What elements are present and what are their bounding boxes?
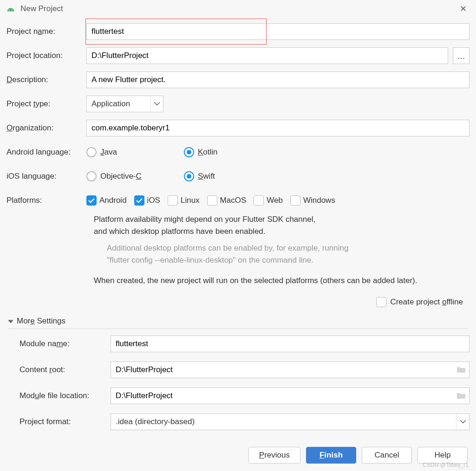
titlebar: New Project ✕ (0, 0, 476, 18)
project-format-select[interactable]: .idea (directory-based) (111, 413, 469, 430)
checkbox-label: Web (267, 196, 283, 205)
platform-android-checkbox[interactable]: Android (86, 195, 127, 206)
finish-button[interactable]: Finish (306, 447, 356, 464)
checkbox-icon (290, 195, 300, 206)
checkbox-label: Android (99, 196, 127, 205)
android-language-label: Android language: (7, 148, 86, 157)
module-file-location-input[interactable] (111, 387, 469, 404)
checkbox-label: iOS (147, 196, 160, 205)
cancel-button[interactable]: Cancel (362, 447, 412, 464)
checkbox-icon (168, 195, 178, 206)
organization-input[interactable] (86, 120, 469, 136)
content-root-input[interactable] (111, 361, 469, 378)
ios-objc-radio[interactable]: Objective-C (86, 171, 165, 181)
ios-swift-radio[interactable]: Swift (184, 171, 263, 181)
checkbox-icon (254, 195, 264, 206)
platform-ios-checkbox[interactable]: iOS (134, 195, 160, 206)
project-type-value: Application (87, 99, 150, 109)
radio-icon (86, 171, 97, 181)
chevron-down-icon (456, 414, 469, 430)
module-name-label: Module name: (20, 339, 111, 348)
window-title: New Project (20, 4, 63, 13)
project-location-label: Project location: (7, 51, 86, 60)
project-location-input[interactable] (86, 47, 448, 64)
radio-label: Java (100, 148, 117, 157)
radio-icon (184, 171, 194, 181)
radio-icon (86, 147, 97, 157)
close-icon[interactable]: ✕ (456, 2, 470, 16)
platform-windows-checkbox[interactable]: Windows (290, 195, 335, 206)
project-format-value: .idea (directory-based) (111, 417, 456, 426)
checkbox-label: Create project offline (390, 297, 463, 307)
create-offline-checkbox[interactable]: Create project offline (376, 297, 463, 307)
checkbox-icon (134, 195, 144, 206)
checkbox-icon (376, 297, 386, 307)
description-input[interactable] (86, 71, 469, 88)
browse-location-button[interactable]: ... (453, 47, 469, 64)
android-kotlin-radio[interactable]: Kotlin (184, 147, 263, 157)
platform-linux-checkbox[interactable]: Linux (168, 195, 200, 206)
platform-web-checkbox[interactable]: Web (254, 195, 283, 206)
svg-point-0 (9, 10, 10, 11)
radio-label: Objective-C (100, 172, 142, 181)
previous-button[interactable]: Previous (248, 447, 300, 464)
chevron-down-icon (150, 96, 163, 112)
project-name-label: Project name: (7, 27, 86, 36)
android-java-radio[interactable]: Java (86, 147, 165, 157)
checkbox-icon (86, 195, 97, 206)
project-type-select[interactable]: Application (86, 96, 163, 112)
platform-macos-checkbox[interactable]: MacOS (207, 195, 247, 206)
project-type-label: Project type: (7, 99, 86, 109)
radio-label: Swift (198, 172, 215, 181)
module-name-input[interactable] (111, 336, 469, 352)
checkbox-label: Linux (181, 196, 200, 205)
more-settings-title: More Settings (17, 316, 65, 326)
help-button[interactable]: Help (417, 447, 468, 464)
module-file-location-label: Module file location: (20, 391, 111, 400)
radio-icon (184, 147, 194, 157)
checkbox-icon (207, 195, 217, 206)
more-settings-expander[interactable]: More Settings (7, 316, 469, 329)
project-name-input[interactable] (86, 23, 469, 40)
content-root-label: Content root: (20, 365, 111, 374)
checkbox-label: Windows (303, 196, 335, 205)
project-format-label: Project format: (20, 417, 111, 426)
android-icon (6, 4, 16, 14)
radio-label: Kotlin (198, 148, 218, 157)
checkbox-label: MacOS (220, 196, 247, 205)
description-label: Description: (7, 75, 86, 84)
platform-info-text: Platform availability might depend on yo… (94, 213, 469, 287)
triangle-down-icon (7, 318, 14, 324)
platforms-label: Platforms: (7, 196, 86, 205)
ios-language-label: iOS language: (7, 172, 86, 181)
organization-label: Organization: (7, 123, 86, 133)
dialog-footer: Previous Finish Cancel Help (0, 441, 476, 471)
svg-point-1 (12, 10, 13, 11)
